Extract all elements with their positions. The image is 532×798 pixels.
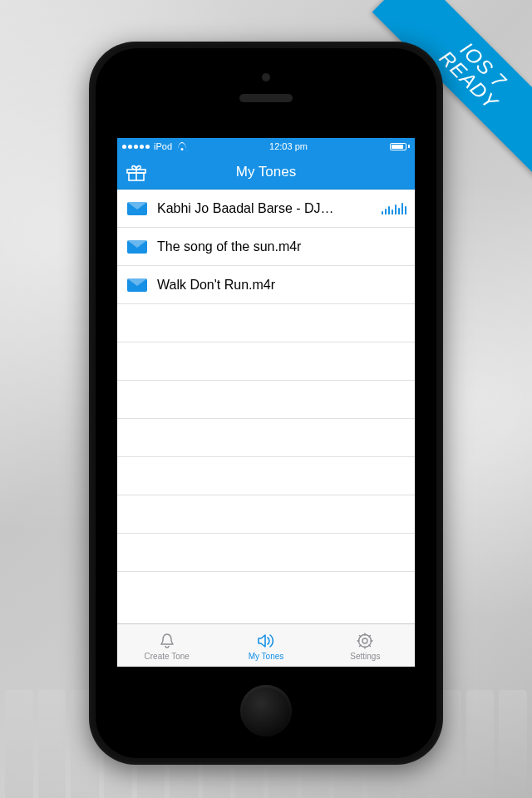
gift-icon [126,162,147,182]
tab-label: Create Tone [145,652,190,661]
phone-speaker [239,94,293,102]
battery-icon [390,143,410,150]
nav-bar: My Tones [117,155,415,190]
tones-list: Kabhi Jo Baadal Barse - DJ… The song of … [117,190,415,572]
now-playing-icon [382,203,407,214]
bell-icon [156,631,178,651]
tab-bar: Create Tone My Tones Settings [117,623,415,667]
home-button[interactable] [240,685,292,736]
wifi-icon [176,142,187,150]
tone-label: The song of the sun.m4r [157,239,406,254]
tab-my-tones[interactable]: My Tones [216,624,315,667]
list-item-empty [117,304,415,342]
carrier-label: iPod [154,141,172,151]
svg-point-4 [359,634,372,647]
clock-label: 12:03 pm [269,141,308,151]
phone-frame: iPod 12:03 pm My Tones Kabh [89,42,443,765]
mail-icon [127,278,147,292]
mail-icon [127,240,147,254]
tab-label: My Tones [249,652,284,661]
tone-label: Walk Don't Run.m4r [157,278,406,293]
screen: iPod 12:03 pm My Tones Kabh [117,138,415,667]
signal-dots-icon [122,145,150,149]
tab-label: Settings [350,652,380,661]
tone-label: Kabhi Jo Baadal Barse - DJ… [157,201,372,216]
list-item-empty [117,342,415,381]
tab-create-tone[interactable]: Create Tone [117,624,216,667]
list-item-empty [117,495,415,534]
list-item-empty [117,419,415,457]
gear-icon [354,631,376,651]
phone-camera [262,73,270,81]
list-item-empty [117,534,415,572]
speaker-icon [255,631,277,651]
tab-settings[interactable]: Settings [316,624,415,667]
page-title: My Tones [236,164,296,180]
status-bar: iPod 12:03 pm [117,138,415,155]
mail-icon [127,202,147,215]
list-item[interactable]: Walk Don't Run.m4r [117,266,415,304]
list-item[interactable]: The song of the sun.m4r [117,228,415,266]
gift-button[interactable] [124,160,149,184]
svg-point-3 [362,638,367,643]
list-item[interactable]: Kabhi Jo Baadal Barse - DJ… [117,190,415,228]
list-item-empty [117,381,415,419]
list-item-empty [117,457,415,495]
